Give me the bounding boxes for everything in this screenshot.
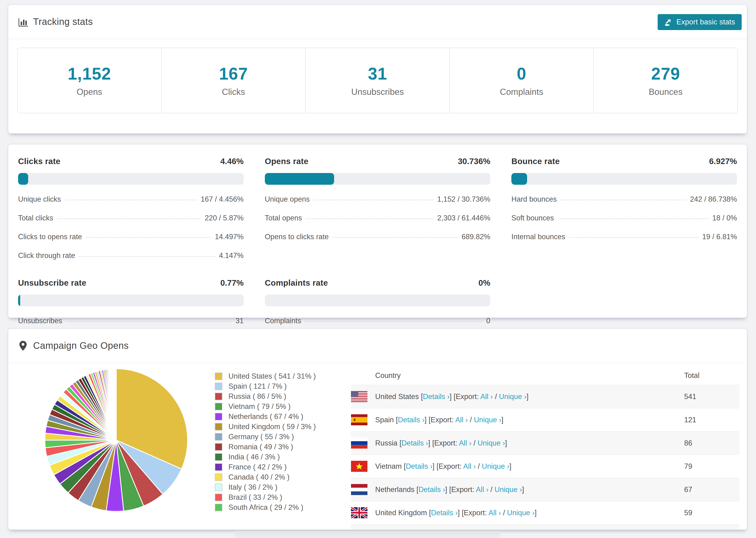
legend-item-romania[interactable]: Romania ( 49 / 3% ): [215, 442, 351, 452]
summary-stats-box: 1,152Opens167Clicks31Unsubscribes0Compla…: [17, 48, 738, 113]
country-name: Russia: [375, 439, 399, 447]
legend-label: United States ( 541 / 31% ): [229, 372, 316, 381]
table-row-de: Germany [Details ›] [Export: All › / Uni…: [351, 524, 739, 530]
rate-progress-bar: [512, 173, 737, 185]
rate-detail-label: Total opens: [265, 214, 302, 222]
country-name: Spain: [375, 416, 396, 424]
rate-detail-row: Total clicks220 / 5.87%: [18, 214, 244, 222]
stat-label: Bounces: [649, 87, 682, 97]
country-cell: United States [Details ›] [Export: All ›…: [351, 391, 684, 402]
rate-detail-label: Internal bounces: [512, 233, 565, 241]
tracking-stats-page: { "colors": { "accent_teal": "#15869c", …: [0, 0, 756, 538]
details-link[interactable]: Details ›: [431, 509, 458, 517]
dotted-leader: [57, 219, 201, 219]
flag-vn-icon: [351, 461, 367, 472]
legend-label: Vietnam ( 79 / 5% ): [229, 402, 291, 411]
campaign-geo-opens-card: Campaign Geo Opens United States ( 541 /…: [8, 328, 747, 530]
legend-item-united-kingdom[interactable]: United Kingdom ( 59 / 3% ): [215, 422, 351, 432]
flag-nl-icon: [351, 484, 367, 495]
rate-progress-bar: [18, 295, 244, 306]
rate-title: Unsubscribe rate: [18, 278, 86, 288]
export-all-link[interactable]: All ›: [459, 439, 471, 447]
rate-detail-value: 689.82%: [461, 233, 490, 241]
legend-swatch: [215, 403, 222, 410]
rate-title: Opens rate: [265, 157, 308, 166]
rate-detail-row: Unsubscribes31: [18, 317, 244, 325]
export-unique-link[interactable]: Unique ›: [482, 462, 509, 470]
details-link[interactable]: Details ›: [406, 462, 432, 470]
rate-detail-value: 0: [486, 317, 490, 325]
legend-label: Italy ( 36 / 2% ): [229, 483, 277, 492]
export-unique-link[interactable]: Unique ›: [477, 439, 505, 447]
legend-item-netherlands[interactable]: Netherlands ( 67 / 4% ): [215, 411, 351, 422]
legend-item-india[interactable]: India ( 46 / 3% ): [215, 452, 351, 462]
flag-ru-icon: [351, 438, 367, 449]
stat-value: 279: [651, 64, 680, 83]
country-links: Netherlands [Details ›] [Export: All › /…: [375, 485, 524, 494]
legend-swatch: [215, 463, 222, 471]
legend-item-canada[interactable]: Canada ( 40 / 2% ): [215, 472, 351, 482]
legend-label: Romania ( 49 / 3% ): [229, 443, 293, 451]
rate-block-opens-rate: Opens rate30.736%Unique opens1,152 / 30.…: [265, 157, 490, 260]
rate-detail-row: Unique opens1,152 / 30.736%: [265, 195, 490, 203]
country-links: Vietnam [Details ›] [Export: All › / Uni…: [375, 462, 512, 471]
legend-swatch: [215, 473, 222, 481]
rate-progress-bar: [265, 295, 490, 306]
rate-detail-value: 220 / 5.87%: [205, 214, 243, 222]
details-link[interactable]: Details ›: [398, 416, 425, 424]
export-unique-link[interactable]: Unique ›: [507, 509, 535, 517]
export-unique-link[interactable]: Unique ›: [474, 416, 501, 424]
table-row-ru: Russia [Details ›] [Export: All › / Uniq…: [351, 431, 739, 455]
stat-value: 1,152: [68, 64, 111, 83]
legend-swatch: [215, 484, 222, 491]
rate-value: 6.927%: [709, 157, 737, 166]
legend-item-south-africa[interactable]: South Africa ( 29 / 2% ): [215, 502, 351, 512]
stat-value: 31: [368, 64, 387, 83]
country-name: Vietnam: [375, 462, 404, 470]
rate-detail-value: 2,303 / 61.446%: [437, 214, 490, 222]
country-name: United States: [375, 393, 421, 401]
legend-swatch: [215, 413, 222, 420]
geo-table-header-row: Country Total: [351, 366, 739, 385]
export-all-link[interactable]: All ›: [455, 416, 468, 424]
rate-detail-row: Click through rate4.147%: [18, 251, 244, 260]
geo-content: United States ( 541 / 31% )Spain ( 121 /…: [8, 363, 747, 530]
next-section-edge: [235, 531, 500, 538]
details-link[interactable]: Details ›: [402, 439, 428, 447]
rate-value: 0.77%: [220, 278, 243, 288]
rate-detail-label: Click through rate: [18, 251, 75, 260]
export-all-link[interactable]: All ›: [463, 462, 476, 470]
stat-label: Unsubscribes: [351, 87, 404, 97]
rate-title: Clicks rate: [18, 157, 60, 166]
legend-item-brazil[interactable]: Brazil ( 33 / 2% ): [215, 492, 351, 502]
export-unique-link[interactable]: Unique ›: [499, 393, 526, 401]
rate-value: 4.46%: [220, 157, 243, 166]
rate-detail-row: Total opens2,303 / 61.446%: [265, 214, 490, 222]
summary-stat-clicks: 167Clicks: [162, 48, 306, 113]
export-basic-stats-button[interactable]: Export basic stats: [658, 14, 742, 30]
legend-item-russia[interactable]: Russia ( 86 / 5% ): [215, 391, 351, 402]
pie-slice-other-47[interactable]: [116, 369, 116, 440]
legend-label: Germany ( 55 / 3% ): [229, 433, 294, 441]
legend-item-germany[interactable]: Germany ( 55 / 3% ): [215, 432, 351, 442]
dotted-leader: [86, 237, 211, 238]
export-unique-link[interactable]: Unique ›: [495, 485, 522, 494]
legend-item-spain[interactable]: Spain ( 121 / 7% ): [215, 381, 351, 391]
export-all-link[interactable]: All ›: [488, 509, 501, 517]
legend-item-france[interactable]: France ( 42 / 2% ): [215, 462, 351, 472]
dotted-leader: [313, 200, 434, 200]
rate-progress-fill: [18, 295, 20, 306]
export-all-link[interactable]: All ›: [476, 485, 488, 494]
details-link[interactable]: Details ›: [418, 485, 445, 494]
rate-block-bounce-rate: Bounce rate6.927%Hard bounces242 / 86.73…: [512, 157, 737, 260]
export-all-link[interactable]: All ›: [480, 393, 493, 401]
details-link[interactable]: Details ›: [423, 393, 450, 401]
legend-item-united-states[interactable]: United States ( 541 / 31% ): [215, 371, 351, 381]
legend-swatch: [215, 393, 222, 400]
legend-item-vietnam[interactable]: Vietnam ( 79 / 5% ): [215, 402, 351, 411]
legend-item-italy[interactable]: Italy ( 36 / 2% ): [215, 482, 351, 492]
rate-detail-row: Soft bounces18 / 0%: [512, 214, 737, 222]
rate-detail-value: 1,152 / 30.736%: [437, 195, 490, 203]
legend-swatch: [215, 423, 222, 430]
rate-detail-row: Clicks to opens rate14.497%: [18, 233, 244, 241]
